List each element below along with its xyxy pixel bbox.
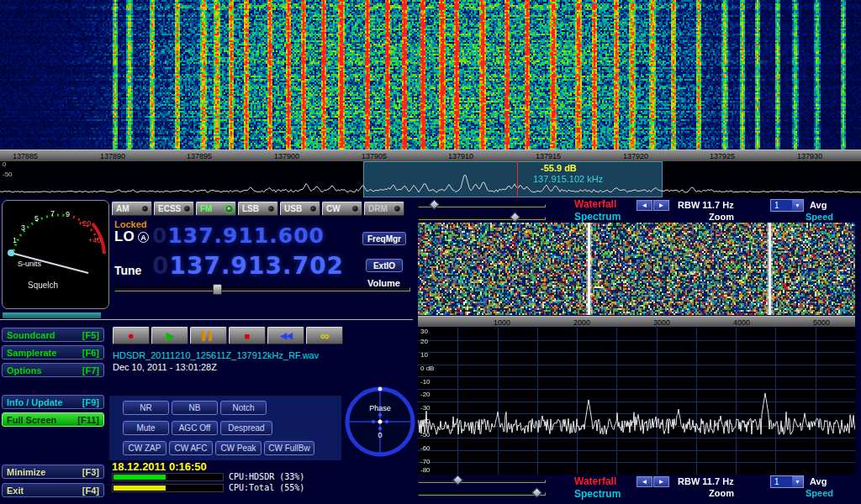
spectrum-brightness-slider[interactable] [418, 217, 546, 220]
avg-label-lower: Avg [810, 476, 827, 486]
ruler-tick: 137890 [100, 152, 125, 160]
rf-spectrum-display[interactable] [418, 328, 855, 475]
extio-button[interactable]: ExtIO [366, 259, 403, 272]
mode-button-cw[interactable]: CW [322, 202, 362, 216]
mode-button-ecss[interactable]: ECSS [154, 202, 194, 216]
phase-top-marker [378, 387, 383, 391]
notch-button[interactable]: Notch [220, 401, 267, 415]
exit-button[interactable]: Exit[F4] [2, 483, 104, 497]
record-icon: ● [128, 329, 135, 342]
cw-zap-button[interactable]: CW ZAP [123, 441, 166, 455]
nb-button[interactable]: NB [172, 401, 218, 415]
mode-led-fm [226, 206, 232, 212]
samplerate-button[interactable]: Samplerate[F6] [2, 345, 104, 360]
chevron-down-icon[interactable]: ▼ [792, 200, 803, 211]
ruler-tick: 137925 [710, 152, 735, 160]
main-frequency-ruler[interactable]: 137885 137890 137895 137900 137905 13791… [0, 150, 861, 161]
mode-button-am[interactable]: AM [112, 202, 152, 216]
hdsdr-window: 137885 137890 137895 137900 137905 13791… [0, 0, 861, 504]
mode-button-lsb[interactable]: LSB [238, 202, 278, 216]
options-button[interactable]: Options[F7] [2, 363, 104, 377]
waterfall-mode-button[interactable]: Waterfall [574, 198, 616, 210]
pause-button[interactable]: ▌▌ [190, 327, 227, 344]
main-spectrum-display[interactable] [0, 161, 861, 197]
cpu-total-text: CPU:Total (55%) [229, 483, 304, 492]
avg-label: Avg [810, 200, 827, 210]
chevron-down-icon[interactable]: ▼ [792, 476, 803, 487]
lock-a-badge[interactable]: A [138, 232, 149, 243]
soundcard-button[interactable]: Soundcard[F5] [2, 328, 104, 342]
left-arrow-icon: ◄ [642, 478, 648, 486]
ruler-tick: 137920 [623, 152, 648, 160]
pause-icon: ▌▌ [202, 331, 215, 340]
avg-select-lower[interactable]: 1 ▼ [770, 475, 804, 488]
waterfall-brightness-thumb[interactable] [429, 199, 440, 210]
mode-button-drm[interactable]: DRM [364, 202, 404, 216]
dsp-row-3: CW ZAP CW AFC CW Peak CW FullBw [123, 441, 314, 455]
mode-led-cw [352, 206, 358, 212]
smeter-tick: +20 [78, 219, 91, 228]
panel-divider [0, 319, 413, 320]
volume-slider-thumb[interactable] [213, 284, 222, 295]
rf-frequency-ruler[interactable]: 1000 2000 3000 4000 5000 [418, 316, 855, 327]
squelch-slider[interactable] [3, 312, 101, 318]
speed-label: Speed [806, 212, 833, 222]
ruler-tick: 137910 [448, 152, 473, 160]
waterfall-mode-button-lower[interactable]: Waterfall [574, 475, 616, 487]
despread-button[interactable]: Despread [220, 421, 272, 435]
minimize-button[interactable]: Minimize[F3] [2, 465, 104, 479]
rewind-button[interactable]: ◀◀ [267, 327, 304, 344]
freqmgr-button[interactable]: FreqMgr [362, 232, 406, 245]
mute-button[interactable]: Mute [123, 421, 169, 435]
ruler-tick: 137895 [187, 152, 212, 160]
mode-led-usb [310, 206, 316, 212]
mode-button-fm[interactable]: FM [196, 202, 236, 216]
spectrum-brightness-thumb[interactable] [510, 212, 520, 223]
cw-afc-button[interactable]: CW AFC [169, 441, 213, 455]
stop-button[interactable]: ■ [229, 327, 266, 344]
zoom-out-button-lower[interactable]: ◄ [637, 476, 652, 487]
smeter-tick: 1 [13, 236, 17, 244]
cw-peak-button[interactable]: CW Peak [215, 441, 261, 455]
play-button[interactable]: ▶ [151, 327, 188, 344]
spectrum-brightness-slider-lower[interactable] [418, 492, 546, 496]
main-waterfall-display[interactable] [0, 0, 861, 150]
rewind-icon: ◀◀ [280, 331, 291, 340]
cw-fullbw-button[interactable]: CW FullBw [264, 441, 314, 455]
waterfall-brightness-slider-lower[interactable] [418, 480, 546, 483]
tune-frequency-display[interactable]: 0137.913.702 [152, 252, 344, 280]
s-meter: 1 3 5 7 9 +20 +40 S-units Squelch [2, 200, 109, 309]
s-units-label: S-units [18, 260, 42, 268]
squelch-label: Squelch [28, 281, 58, 290]
playback-controls: ● ▶ ▌▌ ■ ◀◀ ∞ [113, 327, 343, 344]
zoom-in-button-lower[interactable]: ► [653, 476, 669, 487]
agc-button[interactable]: AGC Off [172, 421, 218, 435]
phase-scope: Phase 0 [341, 383, 419, 464]
zoom-in-button[interactable]: ► [653, 200, 669, 211]
recording-timestamp: Dec 10, 2011 - 13:01:28Z [113, 362, 217, 372]
waterfall-brightness-thumb-lower[interactable] [452, 475, 463, 486]
mode-button-usb[interactable]: USB [280, 202, 320, 216]
rf-waterfall-display[interactable] [418, 223, 855, 315]
spectrum-mode-button[interactable]: Spectrum [574, 211, 621, 223]
phase-value: 0 [378, 431, 382, 439]
fullscreen-button[interactable]: Full Screen[F11] [2, 412, 104, 427]
nr-button[interactable]: NR [123, 401, 169, 415]
loop-icon: ∞ [320, 328, 330, 343]
loop-button[interactable]: ∞ [306, 327, 343, 344]
right-arrow-icon: ► [658, 202, 665, 209]
info-update-button[interactable]: Info / Update[F9] [2, 395, 104, 409]
mode-led-drm [394, 206, 400, 212]
mini-axis-0: 0 [3, 160, 6, 168]
avg-select[interactable]: 1 ▼ [770, 199, 804, 212]
ruler-tick: 1000 [494, 318, 510, 327]
db-readout: -55.9 dB [541, 163, 577, 173]
volume-slider-track[interactable] [114, 287, 410, 291]
record-button[interactable]: ● [113, 327, 150, 344]
spectrum-brightness-thumb-lower[interactable] [531, 487, 542, 498]
spectrum-mode-button-lower[interactable]: Spectrum [574, 488, 621, 500]
lo-frequency-display[interactable]: 0137.911.600 [152, 223, 325, 248]
smeter-tick: +40 [88, 236, 101, 244]
zoom-out-button[interactable]: ◄ [637, 200, 652, 211]
recording-filename: HDSDR_20111210_125611Z_137912kHz_RF.wav [113, 350, 319, 360]
